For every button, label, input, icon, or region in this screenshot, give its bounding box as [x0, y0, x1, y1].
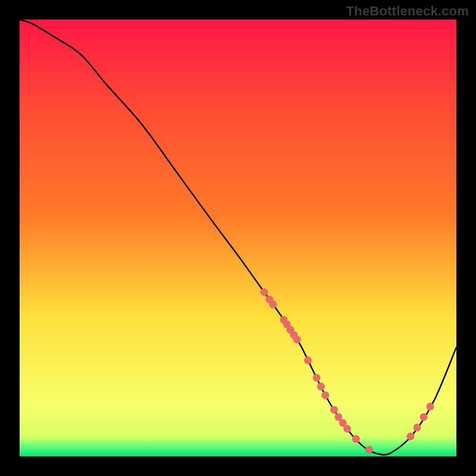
benchmark-point — [343, 425, 351, 433]
benchmark-point — [426, 403, 434, 411]
benchmark-point — [406, 433, 414, 440]
chart-plot-area — [20, 20, 456, 456]
benchmark-point — [413, 424, 421, 431]
chart-svg — [20, 20, 456, 456]
benchmark-point — [352, 435, 360, 443]
benchmark-point — [317, 383, 325, 390]
watermark-text: TheBottleneck.com — [346, 4, 469, 19]
benchmark-point — [365, 446, 373, 453]
benchmark-point — [330, 406, 338, 414]
chart-stage: TheBottleneck.com — [0, 0, 476, 476]
benchmark-point — [261, 289, 268, 296]
benchmark-point — [313, 374, 321, 381]
gradient-background — [20, 20, 456, 456]
benchmark-point — [321, 392, 329, 399]
benchmark-point — [419, 413, 427, 421]
benchmark-point — [304, 356, 312, 364]
benchmark-point — [293, 336, 301, 343]
benchmark-point — [269, 300, 277, 308]
